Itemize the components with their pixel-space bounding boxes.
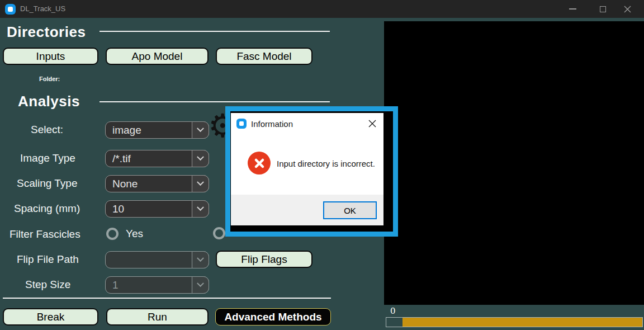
minimize-icon <box>569 8 576 10</box>
maximize-icon <box>600 6 606 12</box>
spacing-label: Spacing (mm) <box>14 202 80 215</box>
image-type-label: Image Type <box>20 152 75 164</box>
advanced-methods-button[interactable]: Advanced Methods <box>215 308 331 326</box>
close-window-button[interactable] <box>615 0 640 18</box>
spacing-dropdown[interactable]: 10 <box>105 200 209 218</box>
image-type-dropdown-cap[interactable] <box>192 150 209 167</box>
dialog-message: Input directory is incorrect. <box>277 159 375 168</box>
run-button[interactable]: Run <box>106 308 209 326</box>
select-dropdown-value: image <box>112 124 141 136</box>
information-dialog: Information Input directory is incorrect… <box>231 113 383 225</box>
step-size-dropdown-value: 1 <box>112 279 119 291</box>
app-logo-icon-hole <box>8 7 13 12</box>
step-size-dropdown-cap[interactable] <box>192 276 209 294</box>
filter-fascicles-label: Filter Fascicles <box>10 228 80 241</box>
image-type-dropdown-value: /*.tif <box>112 153 131 165</box>
analysis-divider <box>100 101 330 102</box>
flip-file-path-dropdown-cap[interactable] <box>192 251 209 268</box>
chevron-down-icon <box>197 280 204 287</box>
error-icon <box>248 152 271 175</box>
ultrasound-image-canvas <box>384 21 644 305</box>
dialog-close-button[interactable] <box>367 118 378 129</box>
scaling-type-dropdown[interactable]: None <box>105 175 209 192</box>
inputs-button[interactable]: Inputs <box>3 48 98 65</box>
analysis-heading: Analysis <box>18 93 80 110</box>
step-size-dropdown[interactable]: 1 <box>105 276 209 294</box>
filter-yes-label[interactable]: Yes <box>126 228 143 240</box>
spacing-dropdown-value: 10 <box>112 203 124 215</box>
flip-file-path-label: Flip File Path <box>17 253 79 266</box>
select-dropdown[interactable]: image <box>105 121 209 139</box>
app-window: DL_Track_US Directories Inputs Apo Model… <box>0 0 644 330</box>
scaling-type-dropdown-cap[interactable] <box>192 175 209 192</box>
dialog-app-icon-hole <box>239 121 244 126</box>
progress-bar <box>386 317 643 327</box>
minimize-button[interactable] <box>560 0 585 18</box>
select-label: Select: <box>31 124 63 136</box>
flip-file-path-dropdown[interactable] <box>105 251 209 268</box>
scaling-type-label: Scaling Type <box>17 177 77 190</box>
spacing-dropdown-cap[interactable] <box>192 200 209 218</box>
app-logo-icon <box>5 4 16 15</box>
dialog-footer: OK <box>231 195 383 225</box>
error-cross-icon <box>254 158 265 169</box>
flip-flags-button[interactable]: Flip Flags <box>216 251 312 268</box>
break-button[interactable]: Break <box>3 308 98 326</box>
filter-no-radio[interactable] <box>213 227 225 239</box>
close-icon <box>624 6 631 13</box>
progress-bar-trough <box>402 318 642 327</box>
fasc-model-button[interactable]: Fasc Model <box>216 48 312 65</box>
progress-bar-indicator <box>386 318 402 327</box>
chevron-down-icon <box>197 153 204 161</box>
titlebar: DL_Track_US <box>0 0 644 18</box>
actions-divider <box>3 298 331 299</box>
close-icon <box>368 120 376 128</box>
filter-yes-radio[interactable] <box>106 228 119 240</box>
scaling-type-dropdown-value: None <box>112 178 138 190</box>
maximize-button[interactable] <box>590 0 615 18</box>
directories-heading: Directories <box>7 23 86 41</box>
dialog-title: Information <box>251 119 293 129</box>
window-title: DL_Track_US <box>20 4 65 13</box>
ok-button[interactable]: OK <box>323 201 377 219</box>
progress-value-label: 0 <box>390 306 396 316</box>
dialog-app-icon <box>236 119 247 129</box>
chevron-down-icon <box>197 125 204 132</box>
step-size-label: Step Size <box>25 279 70 291</box>
chevron-down-icon <box>197 178 204 186</box>
folder-label: Folder: <box>39 76 60 82</box>
chevron-down-icon <box>197 254 204 262</box>
image-type-dropdown[interactable]: /*.tif <box>105 150 209 167</box>
directories-divider <box>100 31 330 32</box>
apo-model-button[interactable]: Apo Model <box>106 48 209 65</box>
chevron-down-icon <box>197 204 204 211</box>
select-dropdown-cap[interactable] <box>192 121 209 139</box>
